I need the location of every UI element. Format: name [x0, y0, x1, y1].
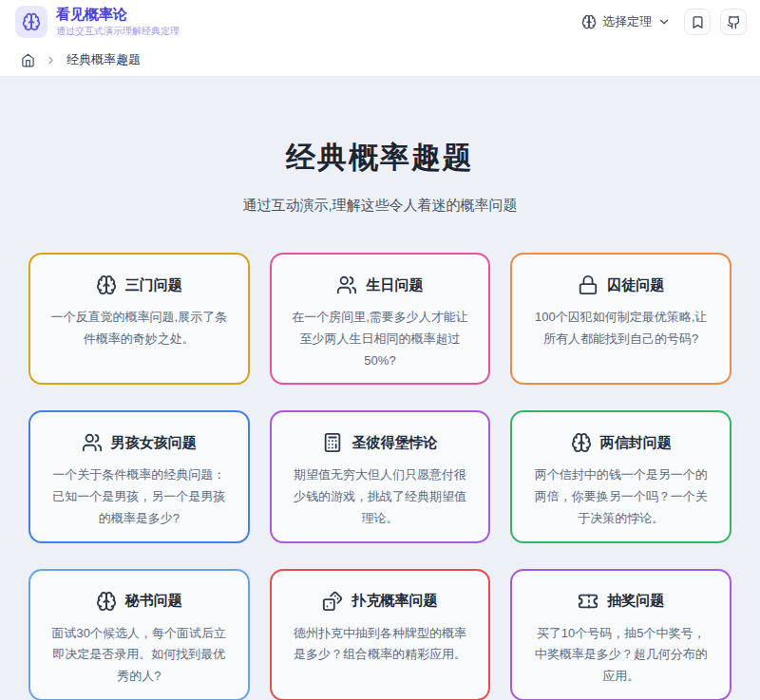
page-title: 经典概率趣题 [0, 138, 760, 178]
breadcrumb: 经典概率趣题 [0, 44, 760, 77]
card-description: 一个反直觉的概率问题,展示了条件概率的奇妙之处。 [46, 307, 233, 350]
card-description: 一个关于条件概率的经典问题：已知一个是男孩，另一个是男孩的概率是多少? [46, 464, 233, 529]
users-icon [336, 274, 357, 295]
card-description: 两个信封中的钱一个是另一个的两倍，你要换另一个吗？一个关于决策的悖论。 [527, 464, 714, 529]
dice-icon [322, 591, 343, 612]
bookmark-button[interactable] [684, 9, 711, 35]
users-icon [82, 432, 103, 453]
card-header: 秘书问题 [46, 591, 233, 612]
card-title: 圣彼得堡悖论 [352, 434, 437, 452]
card-header: 生日问题 [287, 274, 474, 295]
card-header: 囚徒问题 [527, 274, 714, 295]
card-header: 三门问题 [46, 274, 233, 295]
chevron-right-icon [45, 54, 57, 66]
ticket-icon [578, 591, 598, 612]
lock-icon [578, 274, 598, 295]
problem-card[interactable]: 囚徒问题 100个囚犯如何制定最优策略,让所有人都能找到自己的号码? [510, 253, 732, 385]
brain-icon [571, 432, 592, 453]
card-title: 两信封问题 [600, 434, 672, 452]
app-logo-group[interactable]: 看见概率论 通过交互式演示理解经典定理 [15, 6, 180, 38]
brain-icon [15, 6, 48, 38]
bookmark-icon [691, 15, 705, 29]
brain-icon [96, 591, 117, 612]
app-title: 看见概率论 [56, 6, 180, 22]
card-header: 男孩女孩问题 [46, 432, 233, 453]
problem-card[interactable]: 圣彼得堡悖论 期望值无穷大但人们只愿意付很少钱的游戏，挑战了经典期望值理论。 [270, 410, 491, 542]
card-description: 期望值无穷大但人们只愿意付很少钱的游戏，挑战了经典期望值理论。 [287, 464, 474, 529]
card-header: 两信封问题 [527, 432, 714, 453]
card-description: 面试30个候选人，每个面试后立即决定是否录用。如何找到最优秀的人? [46, 623, 233, 688]
calculator-icon [322, 432, 343, 453]
card-title: 抽奖问题 [607, 592, 664, 610]
problem-card[interactable]: 男孩女孩问题 一个关于条件概率的经典问题：已知一个是男孩，另一个是男孩的概率是多… [28, 410, 250, 542]
problem-card[interactable]: 扑克概率问题 德州扑克中抽到各种牌型的概率是多少？组合概率的精彩应用。 [270, 569, 491, 700]
header-actions: 选择定理 [578, 9, 747, 35]
card-title: 扑克概率问题 [352, 592, 437, 610]
card-header: 圣彼得堡悖论 [287, 432, 474, 453]
breadcrumb-current: 经典概率趣题 [66, 51, 141, 68]
home-icon[interactable] [21, 53, 35, 67]
github-button[interactable] [720, 9, 747, 35]
brain-icon [96, 274, 117, 295]
cards-grid: 三门问题 一个反直觉的概率问题,展示了条件概率的奇妙之处。 生日问题 在一个房间… [0, 253, 760, 700]
card-title: 男孩女孩问题 [111, 434, 197, 452]
theorem-selector[interactable]: 选择定理 [578, 9, 674, 34]
github-icon [727, 15, 741, 29]
card-description: 买了10个号码，抽5个中奖号，中奖概率是多少？超几何分布的应用。 [527, 623, 714, 688]
card-description: 德州扑克中抽到各种牌型的概率是多少？组合概率的精彩应用。 [287, 623, 474, 667]
theorem-selector-label: 选择定理 [602, 13, 652, 30]
main-content: 经典概率趣题 通过互动演示,理解这些令人着迷的概率问题 三门问题 一个反直觉的概… [0, 77, 760, 700]
problem-card[interactable]: 秘书问题 面试30个候选人，每个面试后立即决定是否录用。如何找到最优秀的人? [28, 569, 250, 700]
brain-icon [581, 14, 597, 29]
app-title-block: 看见概率论 通过交互式演示理解经典定理 [56, 6, 180, 37]
problem-card[interactable]: 生日问题 在一个房间里,需要多少人才能让至少两人生日相同的概率超过50%? [270, 253, 491, 385]
card-header: 抽奖问题 [527, 591, 714, 612]
card-title: 秘书问题 [125, 592, 182, 610]
app-header: 看见概率论 通过交互式演示理解经典定理 选择定理 [0, 0, 760, 44]
chevron-down-icon [657, 15, 671, 28]
card-title: 生日问题 [366, 276, 423, 294]
card-description: 在一个房间里,需要多少人才能让至少两人生日相同的概率超过50%? [287, 307, 474, 371]
card-title: 三门问题 [125, 276, 182, 294]
problem-card[interactable]: 三门问题 一个反直觉的概率问题,展示了条件概率的奇妙之处。 [28, 253, 250, 385]
page-subtitle: 通过互动演示,理解这些令人着迷的概率问题 [0, 197, 760, 215]
problem-card[interactable]: 两信封问题 两个信封中的钱一个是另一个的两倍，你要换另一个吗？一个关于决策的悖论… [510, 410, 732, 542]
problem-card[interactable]: 抽奖问题 买了10个号码，抽5个中奖号，中奖概率是多少？超几何分布的应用。 [510, 569, 732, 700]
card-description: 100个囚犯如何制定最优策略,让所有人都能找到自己的号码? [527, 307, 714, 350]
card-title: 囚徒问题 [607, 276, 664, 294]
card-header: 扑克概率问题 [287, 591, 474, 612]
app-subtitle: 通过交互式演示理解经典定理 [56, 25, 180, 38]
